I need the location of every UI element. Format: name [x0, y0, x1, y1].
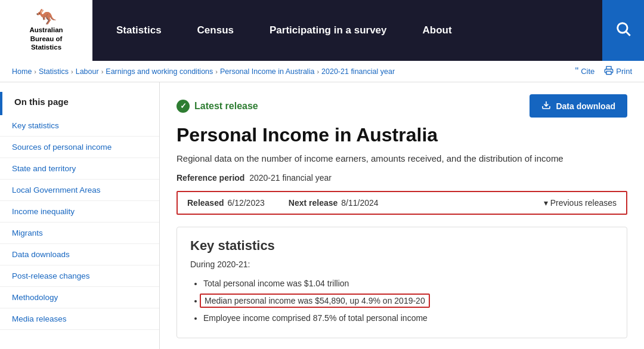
- nav-survey[interactable]: Participating in a survey: [270, 24, 387, 36]
- nav-about[interactable]: About: [423, 24, 452, 36]
- key-stats-box: Key statistics During 2020-21: Total per…: [177, 227, 627, 338]
- breadcrumb-labour[interactable]: Labour: [76, 67, 99, 76]
- data-download-label: Data download: [556, 101, 615, 111]
- breadcrumb-statistics[interactable]: Statistics: [39, 67, 69, 76]
- next-release-value: 8/11/2024: [341, 198, 378, 208]
- key-stats-period: During 2020-21:: [190, 260, 614, 269]
- prev-releases-label: Previous releases: [550, 198, 617, 208]
- chevron-down-icon: ▾: [544, 198, 548, 208]
- breadcrumb-bar: Home › Statistics › Labour › Earnings an…: [0, 61, 644, 82]
- breadcrumb-sep-5: ›: [317, 68, 319, 75]
- sidebar-item-methodology[interactable]: Methodology: [0, 287, 159, 308]
- release-bar: Released 6/12/2023 Next release 8/11/202…: [177, 191, 627, 215]
- print-label: Print: [616, 67, 632, 76]
- sidebar-item-sources[interactable]: Sources of personal income: [0, 137, 159, 158]
- cite-label: Cite: [581, 67, 595, 76]
- list-item: Employee income comprised 87.5% of total…: [203, 310, 614, 327]
- page-title: Personal Income in Australia: [177, 123, 627, 146]
- search-icon: [615, 20, 631, 41]
- sidebar-item-post-release[interactable]: Post-release changes: [0, 265, 159, 287]
- sidebar-item-state[interactable]: State and territory: [0, 158, 159, 180]
- key-stats-list: Total personal income was $1.04 trillion…: [190, 275, 614, 327]
- released-item: Released 6/12/2023: [187, 198, 289, 208]
- prev-releases-button[interactable]: ▾ Previous releases: [544, 198, 617, 208]
- latest-release-label: Latest release: [194, 101, 258, 112]
- breadcrumb-actions: " Cite Print: [575, 66, 632, 77]
- stat-1: Total personal income was $1.04 trillion: [203, 279, 349, 288]
- crest-icon: 🦘: [36, 9, 57, 26]
- list-item: Median personal income was $54,890, up 4…: [203, 292, 614, 310]
- breadcrumb-sep-1: ›: [34, 68, 36, 75]
- ref-period-value: 2020-21 financial year: [249, 173, 332, 183]
- page-subtitle: Regional data on the number of income ea…: [177, 152, 627, 165]
- breadcrumb-sep-2: ›: [71, 68, 73, 75]
- printer-icon: [604, 66, 614, 77]
- sidebar-title: On this page: [0, 92, 159, 115]
- sidebar: On this page Key statistics Sources of p…: [0, 82, 160, 349]
- breadcrumb-sep-3: ›: [101, 68, 104, 75]
- breadcrumb-personal-income[interactable]: Personal Income in Australia: [220, 67, 314, 76]
- sidebar-item-migrants[interactable]: Migrants: [0, 223, 159, 244]
- svg-point-0: [618, 23, 627, 32]
- next-release-item: Next release 8/11/2024: [289, 198, 402, 208]
- stat-2-highlighted: Median personal income was $54,890, up 4…: [200, 294, 430, 308]
- breadcrumb-nav: Home › Statistics › Labour › Earnings an…: [12, 67, 395, 76]
- check-icon: ✓: [177, 100, 190, 113]
- stat-3: Employee income comprised 87.5% of total…: [203, 313, 428, 323]
- list-item: Total personal income was $1.04 trillion: [203, 275, 614, 292]
- print-button[interactable]: Print: [604, 66, 632, 77]
- svg-line-1: [626, 32, 630, 35]
- site-header: 🦘 Australian Bureau of Statistics Statis…: [0, 0, 644, 61]
- latest-release-badge: ✓ Latest release: [177, 100, 258, 113]
- key-stats-title: Key statistics: [190, 238, 614, 254]
- breadcrumb-sep-4: ›: [215, 68, 218, 75]
- data-download-button[interactable]: Data download: [530, 94, 627, 118]
- main-layout: On this page Key statistics Sources of p…: [0, 82, 644, 349]
- svg-rect-2: [606, 71, 611, 74]
- quote-icon: ": [575, 66, 578, 77]
- next-release-label: Next release: [289, 198, 338, 208]
- breadcrumb-current: 2020-21 financial year: [321, 67, 395, 76]
- cite-button[interactable]: " Cite: [575, 66, 595, 77]
- main-content: ✓ Latest release Data download Personal …: [160, 82, 644, 349]
- main-nav: Statistics Census Participating in a sur…: [92, 24, 602, 36]
- download-icon: [541, 100, 551, 112]
- nav-census[interactable]: Census: [197, 24, 234, 36]
- sidebar-item-inequality[interactable]: Income inequality: [0, 201, 159, 223]
- released-label: Released: [187, 198, 224, 208]
- breadcrumb-home[interactable]: Home: [12, 67, 32, 76]
- logo[interactable]: 🦘 Australian Bureau of Statistics: [0, 0, 92, 61]
- sidebar-item-key-statistics[interactable]: Key statistics: [0, 115, 159, 137]
- ref-period: Reference period 2020-21 financial year: [177, 173, 627, 183]
- breadcrumb-earnings[interactable]: Earnings and working conditions: [106, 67, 213, 76]
- sidebar-item-media[interactable]: Media releases: [0, 308, 159, 330]
- ref-period-label: Reference period: [177, 173, 244, 183]
- search-button[interactable]: [602, 0, 644, 61]
- released-value: 6/12/2023: [227, 198, 264, 208]
- latest-release-row: ✓ Latest release Data download: [177, 94, 627, 118]
- logo-text: Australian Bureau of Statistics: [29, 26, 63, 52]
- sidebar-item-lga[interactable]: Local Government Areas: [0, 180, 159, 201]
- sidebar-item-downloads[interactable]: Data downloads: [0, 244, 159, 265]
- nav-statistics[interactable]: Statistics: [116, 24, 162, 36]
